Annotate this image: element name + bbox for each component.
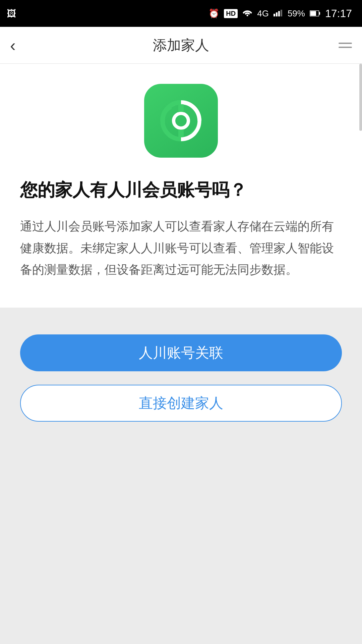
hd-badge: HD (224, 9, 238, 18)
app-icon (144, 84, 218, 158)
nav-bar: ‹ 添加家人 (0, 27, 362, 64)
menu-line-2 (339, 47, 352, 48)
signal-label: 4G (257, 8, 269, 19)
status-bar: 🖼 ⏰ HD 4G 59% (0, 0, 362, 27)
bottom-section: 人川账号关联 直接创建家人 (0, 308, 362, 644)
menu-button[interactable] (339, 43, 352, 48)
svg-rect-1 (274, 14, 275, 16)
signal-bars-icon (274, 8, 283, 19)
photo-icon: 🖼 (7, 8, 16, 19)
scrollbar[interactable] (359, 64, 362, 131)
battery-icon (310, 8, 320, 19)
battery-percent: 59% (288, 8, 305, 19)
back-button[interactable]: ‹ (10, 36, 16, 55)
app-icon-container (144, 84, 218, 158)
alarm-icon: ⏰ (208, 8, 219, 19)
svg-rect-2 (276, 12, 278, 16)
svg-rect-3 (278, 11, 280, 16)
wifi-icon (242, 8, 252, 19)
menu-line-1 (339, 43, 352, 44)
svg-point-0 (247, 14, 248, 16)
page-title: 添加家人 (153, 36, 209, 55)
svg-rect-6 (319, 12, 320, 15)
main-content: 您的家人有人川会员账号吗？ 通过人川会员账号添加家人可以查看家人存储在云端的所有… (0, 64, 362, 308)
primary-button[interactable]: 人川账号关联 (20, 334, 342, 371)
svg-point-13 (174, 113, 188, 128)
svg-rect-7 (310, 11, 316, 16)
secondary-button[interactable]: 直接创建家人 (20, 385, 342, 422)
time-display: 17:17 (325, 7, 352, 20)
svg-rect-4 (281, 10, 282, 16)
description-text: 通过人川会员账号添加家人可以查看家人存储在云端的所有健康数据。未绑定家人人川账号… (20, 216, 342, 281)
question-title: 您的家人有人川会员账号吗？ (20, 178, 342, 202)
